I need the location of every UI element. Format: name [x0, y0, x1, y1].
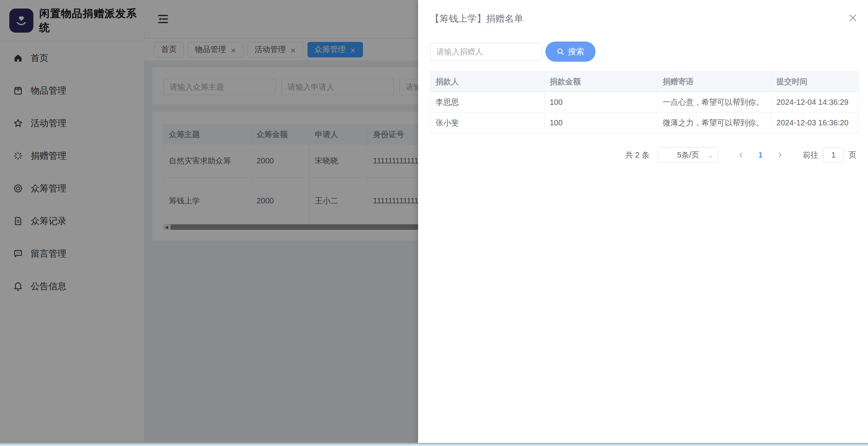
amount-cell: 100: [545, 92, 658, 113]
drawer-title: 【筹钱上学】捐赠名单: [430, 12, 523, 25]
donor-cell: 张小斐: [431, 113, 545, 133]
browser-horizontal-scrollbar[interactable]: [0, 443, 868, 446]
table-header-row: 捐款人 捐款金额 捐赠寄语 提交时间: [431, 71, 859, 92]
message-cell: 一点心意，希望可以帮到你。: [658, 92, 771, 113]
pagination-total: 共 2 条: [625, 150, 649, 160]
amount-cell: 100: [545, 113, 658, 133]
next-page-arrow-icon[interactable]: [770, 152, 790, 158]
column-header: 捐赠寄语: [658, 71, 771, 92]
modal-overlay[interactable]: [0, 0, 418, 446]
table-row[interactable]: 张小斐 100 微薄之力，希望可以帮到你。 2024-12-03 16:36:2…: [431, 113, 859, 133]
page-size-value: 5条/页: [677, 150, 699, 160]
column-header: 捐款金额: [545, 71, 658, 92]
search-icon: [557, 48, 564, 56]
prev-page-arrow-icon[interactable]: [731, 152, 751, 158]
search-button-label: 搜索: [568, 46, 584, 57]
table-row[interactable]: 李思思 100 一点心意，希望可以帮到你。 2024-12-04 14:36:2…: [431, 92, 859, 113]
donor-cell: 李思思: [431, 92, 545, 113]
chevron-down-icon: [708, 153, 713, 158]
goto-label: 前往: [803, 150, 818, 160]
close-icon[interactable]: [848, 13, 858, 23]
time-cell: 2024-12-04 14:36:29: [771, 92, 859, 113]
page-unit-label: 页: [849, 150, 856, 160]
column-header: 捐款人: [431, 71, 545, 92]
donation-list-drawer: 【筹钱上学】捐赠名单 搜索 捐款人 捐款金额 捐赠寄语 提交时间: [418, 0, 868, 443]
pagination: 共 2 条 5条/页 1 前往 页: [430, 147, 856, 163]
column-header: 提交时间: [771, 71, 859, 92]
page-number[interactable]: 1: [751, 151, 770, 160]
message-cell: 微薄之力，希望可以帮到你。: [658, 113, 771, 133]
app-window: 闲置物品捐赠派发系统 首页 物品管理 活动管理: [0, 0, 868, 446]
donor-search-input[interactable]: [430, 43, 542, 61]
donation-table: 捐款人 捐款金额 捐赠寄语 提交时间 李思思 100 一点心意，希望可以帮到你。…: [430, 71, 859, 133]
goto-page-input[interactable]: [823, 147, 844, 163]
page-size-select[interactable]: 5条/页: [658, 147, 718, 163]
search-button[interactable]: 搜索: [545, 42, 595, 62]
time-cell: 2024-12-03 16:36:20: [771, 113, 859, 133]
